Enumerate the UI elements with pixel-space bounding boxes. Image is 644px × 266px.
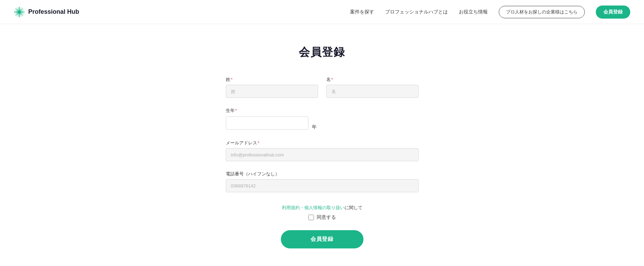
first-name-required: * [331,77,333,82]
terms-link[interactable]: 利用規約・個人情報の取り扱い [282,205,345,210]
email-group: メールアドレス* [226,140,419,161]
last-name-input[interactable] [226,85,318,98]
agree-checkbox[interactable] [308,215,314,220]
terms-section: 利用規約・個人情報の取り扱いに関して 同意する [226,205,419,221]
registration-form: 姓* 名* 生年* 1990 年 メールアドレス* [226,76,419,248]
terms-text: 利用規約・個人情報の取り扱いに関して [282,205,362,211]
last-name-label: 姓* [226,76,318,83]
nav-button-register[interactable]: 会員登録 [596,6,630,19]
phone-input[interactable] [226,179,419,192]
logo[interactable]: Professional Hub [14,7,79,18]
first-name-input[interactable] [326,85,419,98]
phone-label: 電話番号（ハイフンなし） [226,171,419,177]
last-name-group: 姓* [226,76,318,98]
agree-label: 同意する [317,214,336,221]
logo-icon [14,7,25,18]
birth-year-group: 生年* 1990 年 [226,108,419,140]
main-content: 会員登録 姓* 名* 生年* 1990 年 [0,24,644,266]
navigation: 案件を探す プロフェッショナルハブとは お役立ち情報 プロ人材をお探しの企業様は… [350,6,630,19]
birth-year-input[interactable]: 1990 [226,116,308,130]
birth-year-label: 生年* [226,108,419,114]
first-name-group: 名* [326,76,419,98]
logo-text: Professional Hub [28,8,79,16]
nav-link-about[interactable]: プロフェッショナルハブとは [385,9,448,15]
name-row: 姓* 名* [226,76,419,98]
birth-year-required: * [235,108,237,113]
page-title: 会員登録 [299,45,345,60]
last-name-required: * [231,77,233,82]
birth-year-row: 1990 年 [226,116,419,130]
nav-link-info[interactable]: お役立ち情報 [459,9,488,15]
agree-row: 同意する [308,214,336,221]
first-name-label: 名* [326,76,419,83]
nav-button-for-companies[interactable]: プロ人材をお探しの企業様はこちら [499,6,585,18]
email-input[interactable] [226,148,419,161]
phone-group: 電話番号（ハイフンなし） [226,171,419,192]
email-required: * [258,140,260,145]
submit-button[interactable]: 会員登録 [281,230,363,248]
birth-year-unit: 年 [312,124,317,130]
email-label: メールアドレス* [226,140,419,146]
header: Professional Hub 案件を探す プロフェッショナルハブとは お役立… [0,0,644,24]
nav-link-find-jobs[interactable]: 案件を探す [350,9,374,15]
